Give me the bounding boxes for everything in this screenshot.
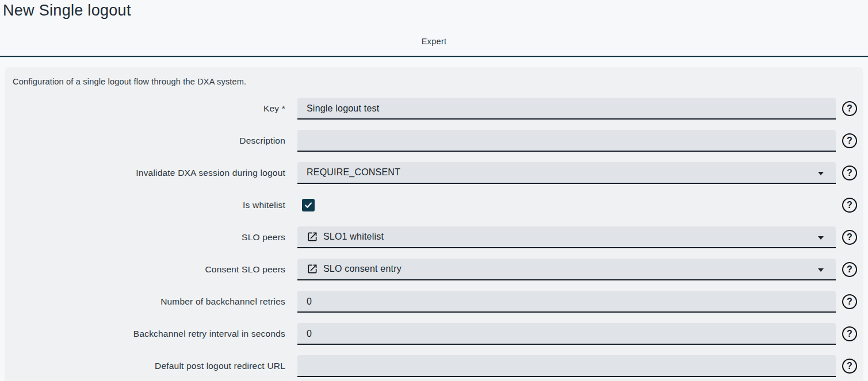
number-of-backchannel-retries-input[interactable] [297,291,836,313]
field-label-invalidate-dxa-session-during-logout: Invalidate DXA session during logout [136,168,285,178]
slo-peers-selected-value: SLO1 whitelist [323,232,384,242]
help-icon[interactable]: ? [842,133,857,148]
form-row-invalidate-dxa-session-during-logout: Invalidate DXA session during logoutREQU… [13,162,863,184]
field-control-number-of-backchannel-retries [297,291,836,313]
help-icon[interactable]: ? [842,230,857,245]
consent-slo-peers-selected-value: SLO consent entry [323,264,402,274]
help-cell-consent-slo-peers: ? [836,262,863,277]
description-input[interactable] [297,130,836,152]
help-cell-number-of-backchannel-retries: ? [836,294,863,309]
field-label-default-post-logout-redirect-url: Default post logout redirect URL [155,361,285,371]
field-label-is-whitelist: Is whitelist [243,200,285,210]
form-row-backchannel-retry-interval-in-seconds: Backchannel retry interval in seconds? [13,323,863,345]
tab-divider [0,56,868,57]
consent-slo-peers-select[interactable]: SLO consent entry [297,259,836,280]
help-cell-is-whitelist: ? [836,198,863,213]
field-control-consent-slo-peers: SLO consent entry [297,259,836,280]
page-header: New Single logout [0,0,868,20]
is-whitelist-checkbox[interactable] [302,199,315,211]
help-icon[interactable]: ? [842,294,857,309]
form-row-key: Key *? [13,98,863,120]
field-label-key: Key * [263,103,285,114]
external-link-icon[interactable] [307,231,318,243]
form-row-default-post-logout-redirect-url: Default post logout redirect URL? [13,355,863,377]
field-label-number-of-backchannel-retries: Number of backchannel retries [160,297,285,307]
form-row-slo-peers: SLO peersSLO1 whitelist? [13,226,863,248]
help-cell-invalidate-dxa-session-during-logout: ? [836,166,863,180]
default-post-logout-redirect-url-input[interactable] [297,355,836,377]
form-row-description: Description? [13,130,863,152]
field-label-consent-slo-peers: Consent SLO peers [205,264,285,275]
external-link-icon[interactable] [307,263,318,275]
help-cell-slo-peers: ? [836,230,863,245]
tab-bar: Expert [0,20,868,56]
help-cell-description: ? [836,133,863,148]
form-row-number-of-backchannel-retries: Number of backchannel retries? [13,291,863,313]
tab-expert[interactable]: Expert [415,34,454,48]
field-control-slo-peers: SLO1 whitelist [297,226,836,248]
field-control-default-post-logout-redirect-url [297,355,836,377]
chevron-down-icon[interactable] [818,268,824,272]
help-cell-backchannel-retry-interval-in-seconds: ? [836,326,863,341]
help-icon[interactable]: ? [842,262,857,277]
help-icon[interactable]: ? [842,101,857,116]
field-label-description: Description [239,136,285,146]
field-label-backchannel-retry-interval-in-seconds: Backchannel retry interval in seconds [133,329,285,339]
key-input[interactable] [297,98,836,120]
form-row-consent-slo-peers: Consent SLO peersSLO consent entry? [13,259,863,280]
invalidate-dxa-session-during-logout-select[interactable]: REQUIRE_CONSENT [297,162,836,184]
slo-peers-select[interactable]: SLO1 whitelist [297,226,836,248]
field-control-invalidate-dxa-session-during-logout: REQUIRE_CONSENT [297,162,836,184]
help-cell-key: ? [836,101,863,116]
help-icon[interactable]: ? [842,198,857,213]
form-row-is-whitelist: Is whitelist? [13,194,863,216]
help-icon[interactable]: ? [842,326,857,341]
field-control-backchannel-retry-interval-in-seconds [297,323,836,345]
field-control-description [297,130,836,152]
help-icon[interactable]: ? [842,166,857,180]
chevron-down-icon[interactable] [818,236,824,240]
single-logout-form: Key *?Description?Invalidate DXA session… [13,98,863,377]
chevron-down-icon[interactable] [818,172,824,175]
help-icon[interactable]: ? [842,359,857,374]
checkmark-icon [304,201,313,210]
backchannel-retry-interval-in-seconds-input[interactable] [297,323,836,345]
page-title: New Single logout [0,0,868,20]
form-intro-text: Configuration of a single logout flow th… [13,76,863,87]
field-label-slo-peers: SLO peers [242,232,285,243]
field-control-is-whitelist [297,194,836,216]
help-cell-default-post-logout-redirect-url: ? [836,359,863,374]
invalidate-dxa-session-during-logout-selected-value: REQUIRE_CONSENT [307,167,400,178]
field-control-key [297,98,836,120]
form-card: Configuration of a single logout flow th… [5,67,863,381]
